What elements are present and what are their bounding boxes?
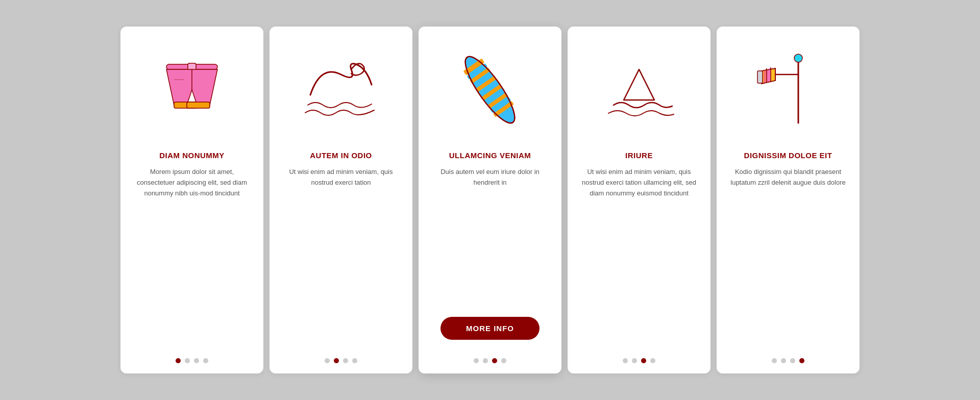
dot-1 bbox=[325, 358, 330, 363]
dot-3 bbox=[641, 358, 646, 363]
card-1-text: Morem ipsum dolor sit amet, consectetuer… bbox=[131, 167, 253, 348]
card-4-title: IRIURE bbox=[625, 151, 653, 160]
dot-1 bbox=[176, 358, 181, 363]
card-autem-in-odio: AUTEM IN ODIO Ut wisi enim ad minim veni… bbox=[270, 27, 412, 373]
dot-3 bbox=[790, 358, 795, 363]
svg-rect-29 bbox=[757, 71, 763, 83]
dot-2 bbox=[334, 358, 339, 363]
dot-2 bbox=[185, 358, 190, 363]
dot-1 bbox=[772, 358, 777, 363]
dot-2 bbox=[632, 358, 637, 363]
card-iriure: IRIURE Ut wisi enim ad minim veniam, qui… bbox=[568, 27, 710, 373]
dot-4 bbox=[501, 358, 506, 363]
shorts-icon bbox=[146, 39, 238, 141]
dot-3 bbox=[343, 358, 348, 363]
card-2-text: Ut wisi enim ad minim veniam, quis nostr… bbox=[280, 167, 402, 348]
card-5-title: DIGNISSIM DOLOE EIT bbox=[744, 151, 832, 160]
card-2-dots bbox=[325, 358, 357, 363]
dot-3 bbox=[194, 358, 199, 363]
shark-fin-icon bbox=[593, 39, 685, 141]
card-1-title: DIAM NONUMMY bbox=[159, 151, 225, 160]
dot-4 bbox=[650, 358, 655, 363]
card-3-dots bbox=[474, 358, 506, 363]
more-info-button[interactable]: MORE INFO bbox=[440, 317, 540, 340]
card-2-title: AUTEM IN ODIO bbox=[310, 151, 372, 160]
card-dignissim-doloe-eit: DIGNISSIM DOLOE EIT Kodio dignissim qui … bbox=[717, 27, 860, 373]
dot-2 bbox=[781, 358, 786, 363]
card-3-text: Duis autem vel eum iriure dolor in hendr… bbox=[429, 167, 551, 309]
card-4-text: Ut wisi enim ad minim veniam, quis nostr… bbox=[578, 167, 700, 348]
svg-rect-3 bbox=[187, 102, 210, 108]
dot-3 bbox=[492, 358, 497, 363]
wave-icon bbox=[295, 39, 387, 141]
dot-1 bbox=[474, 358, 479, 363]
card-1-dots bbox=[176, 358, 208, 363]
card-diam-nonummy: DIAM NONUMMY Morem ipsum dolor sit amet,… bbox=[120, 27, 263, 373]
svg-point-20 bbox=[794, 54, 802, 62]
dot-2 bbox=[483, 358, 488, 363]
card-5-text: Kodio dignissim qui blandit praesent lup… bbox=[727, 167, 849, 348]
windsock-icon bbox=[742, 39, 834, 141]
cards-container: DIAM NONUMMY Morem ipsum dolor sit amet,… bbox=[105, 11, 875, 389]
dot-4 bbox=[799, 358, 804, 363]
card-ullamcing-veniam: ULLAMCING VENIAM Duis autem vel eum iriu… bbox=[419, 27, 561, 373]
card-4-dots bbox=[623, 358, 655, 363]
dot-4 bbox=[352, 358, 357, 363]
dot-1 bbox=[623, 358, 628, 363]
card-5-dots bbox=[772, 358, 804, 363]
dot-4 bbox=[203, 358, 208, 363]
surfboard-icon bbox=[444, 39, 536, 141]
card-3-title: ULLAMCING VENIAM bbox=[449, 151, 531, 160]
